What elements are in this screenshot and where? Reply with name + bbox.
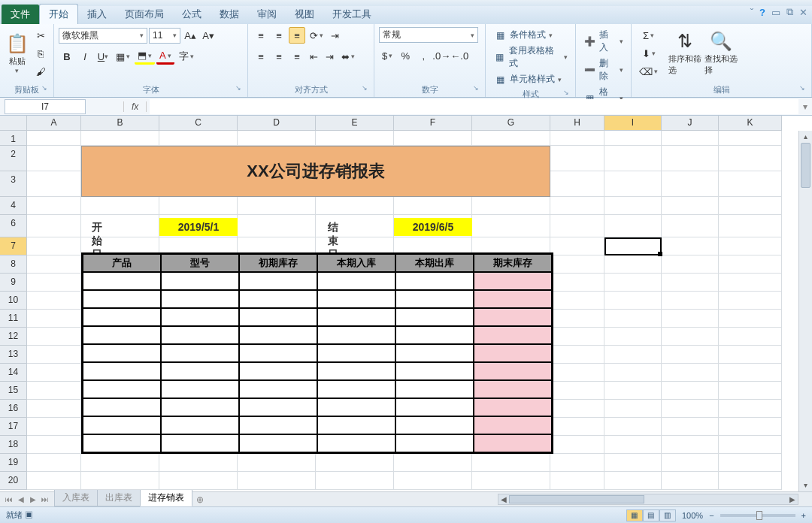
decrease-decimal-button[interactable]: ←.0 xyxy=(451,47,468,64)
page-break-view-button[interactable]: ▥ xyxy=(659,509,676,521)
zoom-out-button[interactable]: − xyxy=(709,511,714,520)
vertical-scrollbar[interactable]: ▴ ▾ xyxy=(798,131,812,491)
new-sheet-icon[interactable]: ⊕ xyxy=(192,493,208,506)
sheet-nav-next-icon[interactable]: ▶ xyxy=(27,495,39,503)
sheet-tab-1[interactable]: 入库表 xyxy=(54,490,98,506)
table-format-button[interactable]: ▦套用表格格式▾ xyxy=(490,43,571,71)
tab-formula[interactable]: 公式 xyxy=(173,5,211,24)
row-header-11[interactable]: 11 xyxy=(0,310,27,328)
border-button[interactable]: ▦▾ xyxy=(113,48,133,65)
row-header-15[interactable]: 15 xyxy=(0,382,27,400)
underline-button[interactable]: U▾ xyxy=(95,48,111,65)
bold-button[interactable]: B xyxy=(59,48,75,65)
row-header-2[interactable]: 2 xyxy=(0,146,27,171)
row-header-16[interactable]: 16 xyxy=(0,400,27,418)
align-left-button[interactable]: ≡ xyxy=(253,48,269,65)
fill-color-button[interactable]: ⬒▾ xyxy=(135,48,155,65)
paste-button[interactable]: 📋 粘贴 ▾ xyxy=(5,27,29,80)
vscroll-thumb[interactable] xyxy=(801,143,810,188)
scroll-up-icon[interactable]: ▴ xyxy=(799,131,812,143)
worksheet-grid[interactable]: ABCDEFGHIJK 1234678910111213141516171819… xyxy=(0,116,812,491)
window-restore-icon[interactable]: ⧉ xyxy=(786,6,793,18)
wrap-text-button[interactable]: ⇥ xyxy=(328,27,342,44)
tab-dev[interactable]: 开发工具 xyxy=(323,5,380,24)
scroll-left-icon[interactable]: ◀ xyxy=(498,494,509,504)
copy-button[interactable]: ⎘ xyxy=(32,45,49,62)
page-layout-view-button[interactable]: ▤ xyxy=(643,509,659,521)
col-header-F[interactable]: F xyxy=(394,116,472,131)
macro-record-icon[interactable]: ▣ xyxy=(25,510,33,519)
row-header-7[interactable]: 7 xyxy=(0,237,27,255)
scroll-down-icon[interactable]: ▾ xyxy=(799,479,812,491)
align-right-button[interactable]: ≡ xyxy=(289,48,305,65)
row-header-1[interactable]: 1 xyxy=(0,131,27,146)
scroll-right-icon[interactable]: ▶ xyxy=(787,494,798,504)
row-header-10[interactable]: 10 xyxy=(0,292,27,310)
help-icon[interactable]: ? xyxy=(759,7,765,18)
fill-button[interactable]: ⬇▾ xyxy=(636,45,661,62)
font-color-button[interactable]: A▾ xyxy=(156,48,174,65)
align-middle-button[interactable]: ≡ xyxy=(271,27,287,44)
align-bottom-button[interactable]: ≡ xyxy=(289,27,305,44)
row-header-8[interactable]: 8 xyxy=(0,255,27,274)
zoom-level[interactable]: 100% xyxy=(682,511,703,520)
zoom-in-button[interactable]: + xyxy=(801,511,806,520)
clear-button[interactable]: ⌫▾ xyxy=(636,63,661,80)
row-header-19[interactable]: 19 xyxy=(0,454,27,472)
col-header-H[interactable]: H xyxy=(550,116,604,131)
col-header-D[interactable]: D xyxy=(238,116,316,131)
tab-review[interactable]: 审阅 xyxy=(248,5,286,24)
align-center-button[interactable]: ≡ xyxy=(271,48,287,65)
row-header-12[interactable]: 12 xyxy=(0,328,27,346)
tab-layout[interactable]: 页面布局 xyxy=(116,5,173,24)
tab-insert[interactable]: 插入 xyxy=(78,5,116,24)
col-header-J[interactable]: J xyxy=(662,116,719,131)
col-header-E[interactable]: E xyxy=(316,116,394,131)
delete-cell-button[interactable]: ➖删除▾ xyxy=(580,56,626,84)
row-header-4[interactable]: 4 xyxy=(0,197,27,215)
tab-view[interactable]: 视图 xyxy=(286,5,323,24)
window-close-icon[interactable]: ✕ xyxy=(799,7,807,18)
row-header-20[interactable]: 20 xyxy=(0,472,27,490)
increase-font-button[interactable]: A▴ xyxy=(182,27,198,44)
zoom-slider[interactable] xyxy=(720,514,795,517)
row-header-18[interactable]: 18 xyxy=(0,436,27,454)
col-header-I[interactable]: I xyxy=(604,116,662,131)
horizontal-scrollbar[interactable]: ◀ ▶ xyxy=(498,494,798,505)
col-header-K[interactable]: K xyxy=(719,116,782,131)
ribbon-minimize-icon[interactable]: ˇ xyxy=(750,7,753,18)
select-all-corner[interactable] xyxy=(0,116,27,131)
sheet-nav-last-icon[interactable]: ⏭ xyxy=(39,495,51,503)
cell-style-button[interactable]: ▦单元格样式▾ xyxy=(490,71,565,87)
sheet-tab-2[interactable]: 出库表 xyxy=(97,490,141,506)
align-top-button[interactable]: ≡ xyxy=(253,27,269,44)
col-header-A[interactable]: A xyxy=(27,116,81,131)
col-header-B[interactable]: B xyxy=(81,116,159,131)
sheet-nav-first-icon[interactable]: ⏮ xyxy=(3,495,15,503)
row-header-13[interactable]: 13 xyxy=(0,346,27,364)
col-header-C[interactable]: C xyxy=(159,116,238,131)
insert-cell-button[interactable]: ➕插入▾ xyxy=(580,27,626,56)
indent-increase-button[interactable]: ⇥ xyxy=(323,48,337,65)
increase-decimal-button[interactable]: .0→ xyxy=(433,47,450,64)
conditional-format-button[interactable]: ▦条件格式▾ xyxy=(490,27,556,43)
autosum-button[interactable]: Σ▾ xyxy=(636,27,661,44)
sort-filter-button[interactable]: ⇅排序和筛选 xyxy=(668,27,701,80)
merge-button[interactable]: ⬌▾ xyxy=(338,48,358,65)
hscroll-thumb[interactable] xyxy=(509,495,644,503)
window-minimize-icon[interactable]: ▭ xyxy=(771,7,780,18)
sheet-tab-3[interactable]: 进存销表 xyxy=(140,490,192,506)
italic-button[interactable]: I xyxy=(77,48,93,65)
row-header-14[interactable]: 14 xyxy=(0,364,27,382)
row-header-3[interactable]: 3 xyxy=(0,171,27,197)
normal-view-button[interactable]: ▦ xyxy=(626,509,643,521)
tab-data[interactable]: 数据 xyxy=(211,5,248,24)
tab-home[interactable]: 开始 xyxy=(39,4,78,24)
font-size-select[interactable]: 11▾ xyxy=(149,28,180,44)
formula-input[interactable] xyxy=(150,99,798,114)
number-format-select[interactable]: 常规▾ xyxy=(379,27,478,43)
formula-expand-icon[interactable]: ▾ xyxy=(798,101,812,112)
row-header-6[interactable]: 6 xyxy=(0,215,27,237)
name-box[interactable]: I7 xyxy=(5,99,86,114)
format-painter-button[interactable]: 🖌 xyxy=(32,63,49,80)
